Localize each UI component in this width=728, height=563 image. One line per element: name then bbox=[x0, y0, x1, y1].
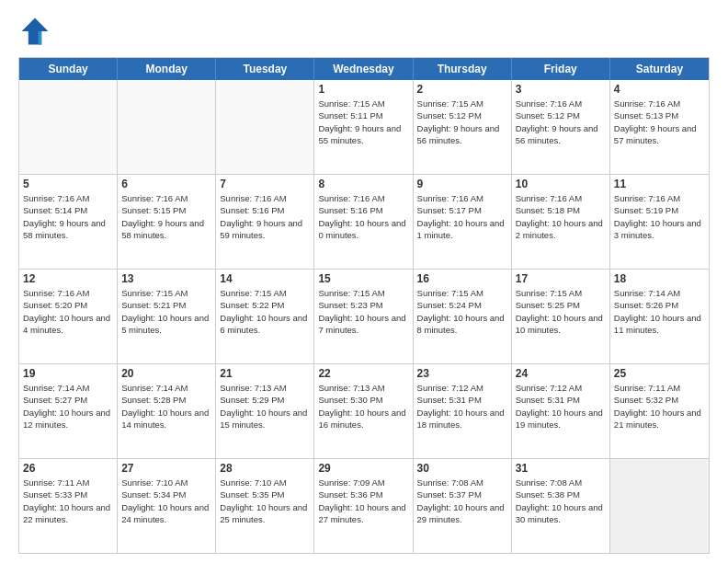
day-info: Sunrise: 7:08 AM Sunset: 5:38 PM Dayligh… bbox=[516, 477, 606, 525]
svg-marker-0 bbox=[22, 18, 49, 45]
calendar-row-0: 1Sunrise: 7:15 AM Sunset: 5:11 PM Daylig… bbox=[19, 80, 709, 174]
day-info: Sunrise: 7:11 AM Sunset: 5:32 PM Dayligh… bbox=[614, 382, 705, 431]
day-number: 6 bbox=[121, 178, 211, 190]
day-number: 14 bbox=[220, 272, 310, 285]
day-info: Sunrise: 7:09 AM Sunset: 5:36 PM Dayligh… bbox=[318, 477, 408, 525]
calendar-cell: 1Sunrise: 7:15 AM Sunset: 5:11 PM Daylig… bbox=[314, 80, 413, 174]
calendar-cell: 29Sunrise: 7:09 AM Sunset: 5:36 PM Dayli… bbox=[314, 459, 413, 553]
day-number: 9 bbox=[417, 178, 507, 190]
day-info: Sunrise: 7:08 AM Sunset: 5:37 PM Dayligh… bbox=[417, 477, 507, 525]
day-number: 16 bbox=[417, 272, 507, 285]
calendar-cell: 9Sunrise: 7:16 AM Sunset: 5:17 PM Daylig… bbox=[414, 175, 512, 269]
calendar-cell: 16Sunrise: 7:15 AM Sunset: 5:24 PM Dayli… bbox=[414, 270, 512, 363]
calendar-cell: 3Sunrise: 7:16 AM Sunset: 5:12 PM Daylig… bbox=[512, 80, 610, 174]
calendar-row-3: 19Sunrise: 7:14 AM Sunset: 5:27 PM Dayli… bbox=[19, 363, 709, 458]
day-info: Sunrise: 7:11 AM Sunset: 5:33 PM Dayligh… bbox=[23, 477, 113, 525]
day-info: Sunrise: 7:15 AM Sunset: 5:21 PM Dayligh… bbox=[121, 287, 211, 336]
calendar-cell bbox=[610, 459, 709, 553]
day-info: Sunrise: 7:16 AM Sunset: 5:17 PM Dayligh… bbox=[417, 192, 507, 241]
calendar-cell: 11Sunrise: 7:16 AM Sunset: 5:19 PM Dayli… bbox=[610, 175, 709, 269]
day-info: Sunrise: 7:10 AM Sunset: 5:34 PM Dayligh… bbox=[121, 477, 211, 525]
day-number: 1 bbox=[318, 83, 408, 96]
day-number: 25 bbox=[614, 367, 705, 380]
calendar-cell: 8Sunrise: 7:16 AM Sunset: 5:16 PM Daylig… bbox=[314, 175, 413, 269]
day-info: Sunrise: 7:15 AM Sunset: 5:22 PM Dayligh… bbox=[220, 287, 310, 336]
weekday-header-saturday: Saturday bbox=[610, 58, 709, 80]
day-number: 21 bbox=[220, 367, 310, 380]
day-number: 26 bbox=[23, 462, 113, 475]
day-number: 15 bbox=[318, 272, 408, 285]
calendar-cell: 14Sunrise: 7:15 AM Sunset: 5:22 PM Dayli… bbox=[216, 270, 314, 363]
calendar: SundayMondayTuesdayWednesdayThursdayFrid… bbox=[18, 57, 710, 554]
calendar-cell: 6Sunrise: 7:16 AM Sunset: 5:15 PM Daylig… bbox=[118, 175, 216, 269]
calendar-cell: 30Sunrise: 7:08 AM Sunset: 5:37 PM Dayli… bbox=[414, 459, 512, 553]
day-number: 2 bbox=[417, 83, 507, 96]
calendar-header: SundayMondayTuesdayWednesdayThursdayFrid… bbox=[19, 58, 709, 80]
day-info: Sunrise: 7:15 AM Sunset: 5:12 PM Dayligh… bbox=[417, 98, 507, 146]
day-number: 3 bbox=[516, 83, 606, 96]
calendar-cell: 22Sunrise: 7:13 AM Sunset: 5:30 PM Dayli… bbox=[314, 364, 413, 458]
day-info: Sunrise: 7:15 AM Sunset: 5:24 PM Dayligh… bbox=[417, 287, 507, 336]
calendar-cell bbox=[118, 80, 216, 174]
calendar-cell: 13Sunrise: 7:15 AM Sunset: 5:21 PM Dayli… bbox=[118, 270, 216, 363]
day-info: Sunrise: 7:14 AM Sunset: 5:28 PM Dayligh… bbox=[121, 382, 211, 431]
weekday-header-tuesday: Tuesday bbox=[216, 58, 314, 80]
calendar-cell: 17Sunrise: 7:15 AM Sunset: 5:25 PM Dayli… bbox=[512, 270, 610, 363]
calendar-cell: 25Sunrise: 7:11 AM Sunset: 5:32 PM Dayli… bbox=[610, 364, 709, 458]
day-info: Sunrise: 7:16 AM Sunset: 5:19 PM Dayligh… bbox=[614, 192, 705, 241]
calendar-cell: 28Sunrise: 7:10 AM Sunset: 5:35 PM Dayli… bbox=[216, 459, 314, 553]
day-info: Sunrise: 7:12 AM Sunset: 5:31 PM Dayligh… bbox=[516, 382, 606, 431]
logo bbox=[18, 15, 55, 48]
day-info: Sunrise: 7:13 AM Sunset: 5:30 PM Dayligh… bbox=[318, 382, 408, 431]
weekday-header-monday: Monday bbox=[118, 58, 216, 80]
day-number: 12 bbox=[23, 272, 113, 285]
header bbox=[18, 15, 710, 48]
day-number: 4 bbox=[614, 83, 705, 96]
calendar-cell: 27Sunrise: 7:10 AM Sunset: 5:34 PM Dayli… bbox=[118, 459, 216, 553]
day-number: 10 bbox=[516, 178, 606, 190]
day-info: Sunrise: 7:16 AM Sunset: 5:20 PM Dayligh… bbox=[23, 287, 113, 336]
day-number: 23 bbox=[417, 367, 507, 380]
day-number: 13 bbox=[121, 272, 211, 285]
calendar-row-2: 12Sunrise: 7:16 AM Sunset: 5:20 PM Dayli… bbox=[19, 269, 709, 363]
day-info: Sunrise: 7:13 AM Sunset: 5:29 PM Dayligh… bbox=[220, 382, 310, 431]
day-info: Sunrise: 7:14 AM Sunset: 5:27 PM Dayligh… bbox=[23, 382, 113, 431]
page: SundayMondayTuesdayWednesdayThursdayFrid… bbox=[0, 0, 728, 563]
day-number: 7 bbox=[220, 178, 310, 190]
day-number: 22 bbox=[318, 367, 408, 380]
calendar-cell: 31Sunrise: 7:08 AM Sunset: 5:38 PM Dayli… bbox=[512, 459, 610, 553]
day-info: Sunrise: 7:16 AM Sunset: 5:12 PM Dayligh… bbox=[516, 98, 606, 146]
calendar-cell: 10Sunrise: 7:16 AM Sunset: 5:18 PM Dayli… bbox=[512, 175, 610, 269]
day-info: Sunrise: 7:16 AM Sunset: 5:16 PM Dayligh… bbox=[220, 192, 310, 241]
calendar-cell: 23Sunrise: 7:12 AM Sunset: 5:31 PM Dayli… bbox=[414, 364, 512, 458]
calendar-cell: 21Sunrise: 7:13 AM Sunset: 5:29 PM Dayli… bbox=[216, 364, 314, 458]
day-number: 17 bbox=[516, 272, 606, 285]
calendar-cell: 7Sunrise: 7:16 AM Sunset: 5:16 PM Daylig… bbox=[216, 175, 314, 269]
calendar-cell: 26Sunrise: 7:11 AM Sunset: 5:33 PM Dayli… bbox=[19, 459, 118, 553]
calendar-body: 1Sunrise: 7:15 AM Sunset: 5:11 PM Daylig… bbox=[19, 80, 709, 553]
calendar-cell: 20Sunrise: 7:14 AM Sunset: 5:28 PM Dayli… bbox=[118, 364, 216, 458]
weekday-header-sunday: Sunday bbox=[19, 58, 118, 80]
day-info: Sunrise: 7:15 AM Sunset: 5:11 PM Dayligh… bbox=[318, 98, 408, 146]
day-number: 18 bbox=[614, 272, 705, 285]
calendar-cell: 19Sunrise: 7:14 AM Sunset: 5:27 PM Dayli… bbox=[19, 364, 118, 458]
weekday-header-friday: Friday bbox=[512, 58, 610, 80]
day-info: Sunrise: 7:14 AM Sunset: 5:26 PM Dayligh… bbox=[614, 287, 705, 336]
day-info: Sunrise: 7:15 AM Sunset: 5:23 PM Dayligh… bbox=[318, 287, 408, 336]
day-number: 27 bbox=[121, 462, 211, 475]
day-number: 30 bbox=[417, 462, 507, 475]
calendar-cell: 4Sunrise: 7:16 AM Sunset: 5:13 PM Daylig… bbox=[610, 80, 709, 174]
calendar-cell: 5Sunrise: 7:16 AM Sunset: 5:14 PM Daylig… bbox=[19, 175, 118, 269]
calendar-cell: 15Sunrise: 7:15 AM Sunset: 5:23 PM Dayli… bbox=[314, 270, 413, 363]
day-info: Sunrise: 7:16 AM Sunset: 5:18 PM Dayligh… bbox=[516, 192, 606, 241]
day-info: Sunrise: 7:16 AM Sunset: 5:16 PM Dayligh… bbox=[318, 192, 408, 241]
day-number: 29 bbox=[318, 462, 408, 475]
day-number: 31 bbox=[516, 462, 606, 475]
calendar-cell: 24Sunrise: 7:12 AM Sunset: 5:31 PM Dayli… bbox=[512, 364, 610, 458]
calendar-cell: 12Sunrise: 7:16 AM Sunset: 5:20 PM Dayli… bbox=[19, 270, 118, 363]
day-number: 8 bbox=[318, 178, 408, 190]
day-info: Sunrise: 7:10 AM Sunset: 5:35 PM Dayligh… bbox=[220, 477, 310, 525]
day-number: 19 bbox=[23, 367, 113, 380]
calendar-row-1: 5Sunrise: 7:16 AM Sunset: 5:14 PM Daylig… bbox=[19, 174, 709, 269]
calendar-cell: 2Sunrise: 7:15 AM Sunset: 5:12 PM Daylig… bbox=[414, 80, 512, 174]
